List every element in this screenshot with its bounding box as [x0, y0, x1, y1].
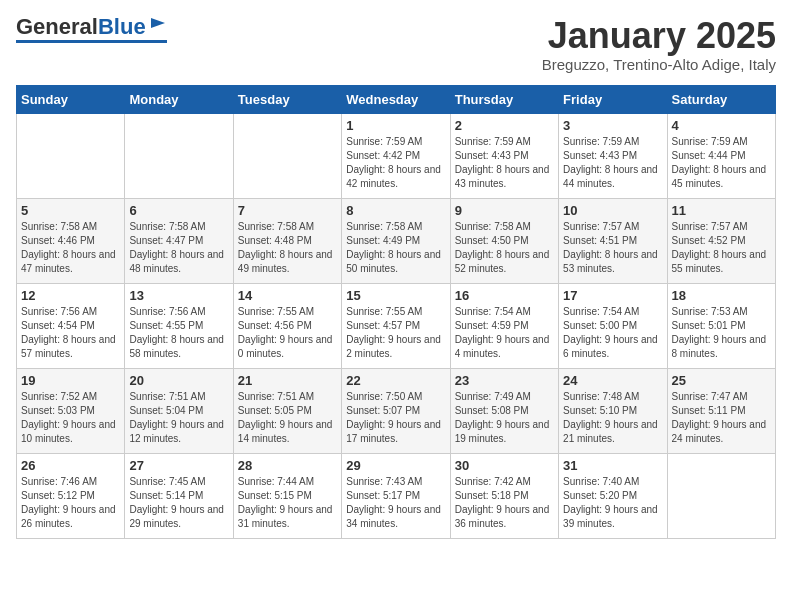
- calendar-week-5: 26Sunrise: 7:46 AM Sunset: 5:12 PM Dayli…: [17, 453, 776, 538]
- day-info: Sunrise: 7:46 AM Sunset: 5:12 PM Dayligh…: [21, 475, 120, 531]
- day-info: Sunrise: 7:59 AM Sunset: 4:44 PM Dayligh…: [672, 135, 771, 191]
- day-number: 29: [346, 458, 445, 473]
- day-info: Sunrise: 7:59 AM Sunset: 4:42 PM Dayligh…: [346, 135, 445, 191]
- logo-text: GeneralBlue: [16, 16, 146, 38]
- day-number: 4: [672, 118, 771, 133]
- day-info: Sunrise: 7:48 AM Sunset: 5:10 PM Dayligh…: [563, 390, 662, 446]
- day-info: Sunrise: 7:54 AM Sunset: 4:59 PM Dayligh…: [455, 305, 554, 361]
- calendar-cell: 14Sunrise: 7:55 AM Sunset: 4:56 PM Dayli…: [233, 283, 341, 368]
- calendar-cell: 20Sunrise: 7:51 AM Sunset: 5:04 PM Dayli…: [125, 368, 233, 453]
- header-sunday: Sunday: [17, 85, 125, 113]
- day-info: Sunrise: 7:58 AM Sunset: 4:48 PM Dayligh…: [238, 220, 337, 276]
- day-info: Sunrise: 7:51 AM Sunset: 5:05 PM Dayligh…: [238, 390, 337, 446]
- day-number: 18: [672, 288, 771, 303]
- day-info: Sunrise: 7:42 AM Sunset: 5:18 PM Dayligh…: [455, 475, 554, 531]
- day-info: Sunrise: 7:57 AM Sunset: 4:52 PM Dayligh…: [672, 220, 771, 276]
- day-number: 1: [346, 118, 445, 133]
- calendar-cell: 26Sunrise: 7:46 AM Sunset: 5:12 PM Dayli…: [17, 453, 125, 538]
- calendar-cell: 12Sunrise: 7:56 AM Sunset: 4:54 PM Dayli…: [17, 283, 125, 368]
- calendar-cell: 5Sunrise: 7:58 AM Sunset: 4:46 PM Daylig…: [17, 198, 125, 283]
- calendar-cell: 4Sunrise: 7:59 AM Sunset: 4:44 PM Daylig…: [667, 113, 775, 198]
- calendar-week-2: 5Sunrise: 7:58 AM Sunset: 4:46 PM Daylig…: [17, 198, 776, 283]
- day-number: 27: [129, 458, 228, 473]
- title-section: January 2025 Breguzzo, Trentino-Alto Adi…: [542, 16, 776, 73]
- calendar-cell: 13Sunrise: 7:56 AM Sunset: 4:55 PM Dayli…: [125, 283, 233, 368]
- day-info: Sunrise: 7:58 AM Sunset: 4:49 PM Dayligh…: [346, 220, 445, 276]
- calendar-cell: 8Sunrise: 7:58 AM Sunset: 4:49 PM Daylig…: [342, 198, 450, 283]
- calendar-cell: 17Sunrise: 7:54 AM Sunset: 5:00 PM Dayli…: [559, 283, 667, 368]
- day-number: 24: [563, 373, 662, 388]
- day-number: 10: [563, 203, 662, 218]
- day-number: 31: [563, 458, 662, 473]
- day-number: 25: [672, 373, 771, 388]
- day-number: 13: [129, 288, 228, 303]
- day-info: Sunrise: 7:55 AM Sunset: 4:57 PM Dayligh…: [346, 305, 445, 361]
- day-info: Sunrise: 7:53 AM Sunset: 5:01 PM Dayligh…: [672, 305, 771, 361]
- calendar-cell: 25Sunrise: 7:47 AM Sunset: 5:11 PM Dayli…: [667, 368, 775, 453]
- header-monday: Monday: [125, 85, 233, 113]
- calendar-cell: 19Sunrise: 7:52 AM Sunset: 5:03 PM Dayli…: [17, 368, 125, 453]
- calendar-cell: 23Sunrise: 7:49 AM Sunset: 5:08 PM Dayli…: [450, 368, 558, 453]
- calendar-cell: 7Sunrise: 7:58 AM Sunset: 4:48 PM Daylig…: [233, 198, 341, 283]
- day-info: Sunrise: 7:50 AM Sunset: 5:07 PM Dayligh…: [346, 390, 445, 446]
- logo-line: [16, 40, 167, 43]
- day-number: 23: [455, 373, 554, 388]
- day-info: Sunrise: 7:44 AM Sunset: 5:15 PM Dayligh…: [238, 475, 337, 531]
- calendar-cell: 1Sunrise: 7:59 AM Sunset: 4:42 PM Daylig…: [342, 113, 450, 198]
- day-number: 2: [455, 118, 554, 133]
- calendar-cell: 2Sunrise: 7:59 AM Sunset: 4:43 PM Daylig…: [450, 113, 558, 198]
- calendar-cell: [233, 113, 341, 198]
- header-saturday: Saturday: [667, 85, 775, 113]
- logo-icon: [149, 14, 167, 32]
- day-info: Sunrise: 7:54 AM Sunset: 5:00 PM Dayligh…: [563, 305, 662, 361]
- day-number: 3: [563, 118, 662, 133]
- day-info: Sunrise: 7:58 AM Sunset: 4:47 PM Dayligh…: [129, 220, 228, 276]
- day-info: Sunrise: 7:59 AM Sunset: 4:43 PM Dayligh…: [455, 135, 554, 191]
- day-number: 9: [455, 203, 554, 218]
- day-number: 14: [238, 288, 337, 303]
- svg-marker-0: [151, 18, 165, 28]
- calendar-week-3: 12Sunrise: 7:56 AM Sunset: 4:54 PM Dayli…: [17, 283, 776, 368]
- day-info: Sunrise: 7:58 AM Sunset: 4:46 PM Dayligh…: [21, 220, 120, 276]
- calendar-cell: 27Sunrise: 7:45 AM Sunset: 5:14 PM Dayli…: [125, 453, 233, 538]
- calendar-cell: 18Sunrise: 7:53 AM Sunset: 5:01 PM Dayli…: [667, 283, 775, 368]
- calendar-header-row: SundayMondayTuesdayWednesdayThursdayFrid…: [17, 85, 776, 113]
- location: Breguzzo, Trentino-Alto Adige, Italy: [542, 56, 776, 73]
- day-number: 20: [129, 373, 228, 388]
- day-info: Sunrise: 7:55 AM Sunset: 4:56 PM Dayligh…: [238, 305, 337, 361]
- calendar-cell: 22Sunrise: 7:50 AM Sunset: 5:07 PM Dayli…: [342, 368, 450, 453]
- calendar-cell: [125, 113, 233, 198]
- header-thursday: Thursday: [450, 85, 558, 113]
- calendar-cell: 9Sunrise: 7:58 AM Sunset: 4:50 PM Daylig…: [450, 198, 558, 283]
- day-number: 17: [563, 288, 662, 303]
- day-number: 28: [238, 458, 337, 473]
- day-number: 19: [21, 373, 120, 388]
- day-info: Sunrise: 7:43 AM Sunset: 5:17 PM Dayligh…: [346, 475, 445, 531]
- day-number: 16: [455, 288, 554, 303]
- logo: GeneralBlue: [16, 16, 167, 43]
- calendar-cell: 11Sunrise: 7:57 AM Sunset: 4:52 PM Dayli…: [667, 198, 775, 283]
- day-number: 22: [346, 373, 445, 388]
- calendar-cell: 16Sunrise: 7:54 AM Sunset: 4:59 PM Dayli…: [450, 283, 558, 368]
- day-number: 21: [238, 373, 337, 388]
- day-info: Sunrise: 7:58 AM Sunset: 4:50 PM Dayligh…: [455, 220, 554, 276]
- day-info: Sunrise: 7:57 AM Sunset: 4:51 PM Dayligh…: [563, 220, 662, 276]
- day-number: 12: [21, 288, 120, 303]
- day-number: 30: [455, 458, 554, 473]
- calendar-cell: 15Sunrise: 7:55 AM Sunset: 4:57 PM Dayli…: [342, 283, 450, 368]
- month-title: January 2025: [542, 16, 776, 56]
- header-wednesday: Wednesday: [342, 85, 450, 113]
- calendar-cell: 21Sunrise: 7:51 AM Sunset: 5:05 PM Dayli…: [233, 368, 341, 453]
- day-number: 11: [672, 203, 771, 218]
- day-number: 15: [346, 288, 445, 303]
- calendar-week-1: 1Sunrise: 7:59 AM Sunset: 4:42 PM Daylig…: [17, 113, 776, 198]
- calendar-cell: 10Sunrise: 7:57 AM Sunset: 4:51 PM Dayli…: [559, 198, 667, 283]
- day-info: Sunrise: 7:47 AM Sunset: 5:11 PM Dayligh…: [672, 390, 771, 446]
- day-info: Sunrise: 7:49 AM Sunset: 5:08 PM Dayligh…: [455, 390, 554, 446]
- calendar-cell: 30Sunrise: 7:42 AM Sunset: 5:18 PM Dayli…: [450, 453, 558, 538]
- calendar-cell: 6Sunrise: 7:58 AM Sunset: 4:47 PM Daylig…: [125, 198, 233, 283]
- day-info: Sunrise: 7:51 AM Sunset: 5:04 PM Dayligh…: [129, 390, 228, 446]
- calendar-cell: 31Sunrise: 7:40 AM Sunset: 5:20 PM Dayli…: [559, 453, 667, 538]
- calendar-cell: [17, 113, 125, 198]
- calendar-week-4: 19Sunrise: 7:52 AM Sunset: 5:03 PM Dayli…: [17, 368, 776, 453]
